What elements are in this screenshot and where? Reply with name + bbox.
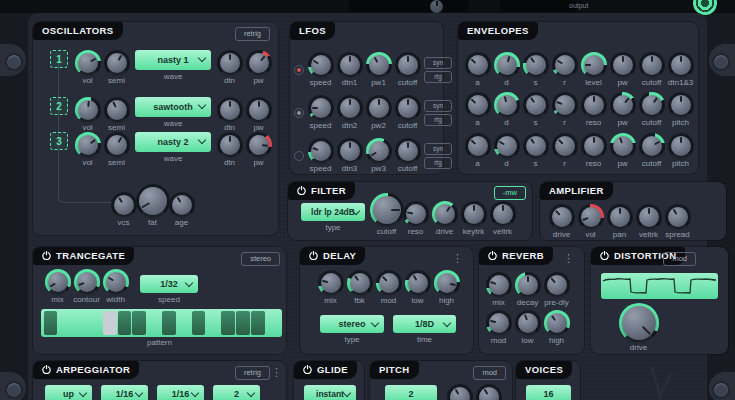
arp-dropdown[interactable]: up bbox=[45, 385, 92, 400]
knob-dial[interactable] bbox=[104, 97, 130, 123]
knob-dial[interactable] bbox=[581, 92, 607, 118]
knob[interactable]: r bbox=[550, 92, 579, 127]
power-icon[interactable] bbox=[297, 186, 306, 195]
knob-dial[interactable] bbox=[515, 310, 541, 336]
osc2-wave[interactable]: sawtooth wave bbox=[135, 97, 211, 128]
knob-dial[interactable] bbox=[308, 95, 334, 121]
knob-dial[interactable] bbox=[552, 52, 578, 78]
knob-dial[interactable] bbox=[549, 204, 575, 230]
knob[interactable]: dtn bbox=[215, 97, 244, 132]
knob[interactable]: dtn2 bbox=[335, 95, 364, 130]
knob[interactable]: pw bbox=[244, 97, 273, 132]
osc2-badge[interactable]: 2 bbox=[50, 97, 68, 115]
pattern-step[interactable] bbox=[162, 311, 176, 335]
knob[interactable]: a bbox=[463, 52, 492, 87]
osc1-wave[interactable]: nasty 1 wave bbox=[135, 50, 211, 81]
knob[interactable]: cutoff bbox=[393, 95, 422, 130]
knob[interactable]: pw3 bbox=[364, 138, 393, 173]
knob-dial[interactable] bbox=[347, 270, 373, 296]
knob-dial[interactable] bbox=[434, 270, 460, 296]
knob[interactable]: drive bbox=[547, 204, 576, 239]
knob[interactable]: pw bbox=[608, 133, 637, 168]
knob-dial[interactable] bbox=[486, 272, 512, 298]
lfo3-retrig-button[interactable]: rtg bbox=[424, 157, 452, 169]
knob-dial[interactable] bbox=[75, 132, 101, 158]
pitch-value-display[interactable]: 2 bbox=[385, 385, 437, 400]
knob[interactable]: mod bbox=[374, 270, 403, 305]
knob-dial[interactable] bbox=[104, 50, 130, 76]
knob[interactable]: mod bbox=[484, 310, 513, 345]
knob[interactable]: contour bbox=[72, 269, 101, 304]
knob[interactable]: low bbox=[403, 270, 432, 305]
knob-dial[interactable] bbox=[366, 95, 392, 121]
knob-dial[interactable] bbox=[578, 204, 604, 230]
knob-dial[interactable] bbox=[476, 384, 502, 400]
knob[interactable]: fbk bbox=[345, 270, 374, 305]
knob-dial[interactable] bbox=[395, 95, 421, 121]
knob-dial[interactable] bbox=[45, 269, 71, 295]
knob-dial[interactable] bbox=[523, 52, 549, 78]
osc1-wave-dropdown[interactable]: nasty 1 bbox=[135, 50, 211, 70]
pattern-step[interactable] bbox=[192, 311, 206, 335]
knob-dial[interactable] bbox=[494, 92, 520, 118]
knob-dial[interactable] bbox=[103, 269, 129, 295]
knob[interactable]: r bbox=[550, 52, 579, 87]
knob-dial[interactable] bbox=[607, 204, 633, 230]
knob[interactable]: cutoff bbox=[637, 52, 666, 87]
knob-dial[interactable] bbox=[370, 193, 404, 227]
knob-dial[interactable] bbox=[668, 92, 694, 118]
knob-dial[interactable] bbox=[494, 133, 520, 159]
knob[interactable]: cutoff bbox=[637, 133, 666, 168]
delay-type[interactable]: stereo type bbox=[320, 315, 384, 344]
pattern-step[interactable] bbox=[177, 311, 191, 335]
knob-dial[interactable] bbox=[246, 132, 272, 158]
lfo2-retrig-button[interactable]: rtg bbox=[424, 114, 452, 126]
top-display-field[interactable] bbox=[349, 0, 469, 12]
pattern-step[interactable] bbox=[147, 311, 161, 335]
knob[interactable]: pw1 bbox=[364, 52, 393, 87]
knob-dial[interactable] bbox=[217, 97, 243, 123]
power-icon[interactable] bbox=[42, 365, 51, 374]
knob[interactable]: mix bbox=[316, 270, 345, 305]
pattern-step[interactable] bbox=[132, 311, 146, 335]
knob-dial[interactable] bbox=[668, 133, 694, 159]
knob[interactable]: pw bbox=[608, 52, 637, 87]
osc3-wave[interactable]: nasty 2 wave bbox=[135, 132, 211, 163]
knob-dial[interactable] bbox=[610, 133, 636, 159]
knob[interactable]: mix bbox=[484, 272, 513, 307]
pattern-step[interactable] bbox=[206, 311, 220, 335]
knob-dial[interactable] bbox=[217, 132, 243, 158]
knob[interactable]: pw bbox=[244, 50, 273, 85]
knob[interactable]: decay bbox=[513, 272, 542, 307]
knob[interactable]: s bbox=[521, 133, 550, 168]
knob-dial[interactable] bbox=[544, 272, 570, 298]
knob-dial[interactable] bbox=[619, 303, 659, 343]
knob[interactable]: speed bbox=[306, 95, 335, 130]
knob-dial[interactable] bbox=[494, 52, 520, 78]
knob-dial[interactable] bbox=[465, 133, 491, 159]
knob-dial[interactable] bbox=[75, 50, 101, 76]
delay-type-dropdown[interactable]: stereo bbox=[320, 315, 384, 333]
knob[interactable]: vol bbox=[73, 97, 102, 132]
knob-dial[interactable] bbox=[515, 272, 541, 298]
knob-dial[interactable] bbox=[552, 133, 578, 159]
power-icon[interactable] bbox=[488, 251, 497, 260]
knob-dial[interactable] bbox=[403, 201, 429, 227]
power-icon[interactable] bbox=[309, 251, 318, 260]
knob-dial[interactable] bbox=[447, 384, 473, 400]
knob-dial[interactable] bbox=[465, 92, 491, 118]
knob-dial[interactable] bbox=[366, 52, 392, 78]
knob[interactable]: fat bbox=[138, 184, 167, 227]
pattern-step[interactable] bbox=[251, 311, 265, 335]
knob-dial[interactable] bbox=[581, 52, 607, 78]
delay-menu-icon[interactable] bbox=[452, 253, 463, 264]
knob-dial[interactable] bbox=[136, 184, 170, 218]
pattern-step[interactable] bbox=[88, 311, 102, 335]
top-mini-knob[interactable] bbox=[430, 0, 443, 13]
knob[interactable]: vol bbox=[73, 132, 102, 167]
knob-dial[interactable] bbox=[111, 192, 137, 218]
knob[interactable]: dtn bbox=[215, 50, 244, 85]
lfo1-sync-button[interactable]: syn bbox=[424, 57, 452, 69]
knob[interactable] bbox=[445, 384, 474, 400]
arp-retrig-button[interactable]: retrig bbox=[235, 366, 270, 380]
